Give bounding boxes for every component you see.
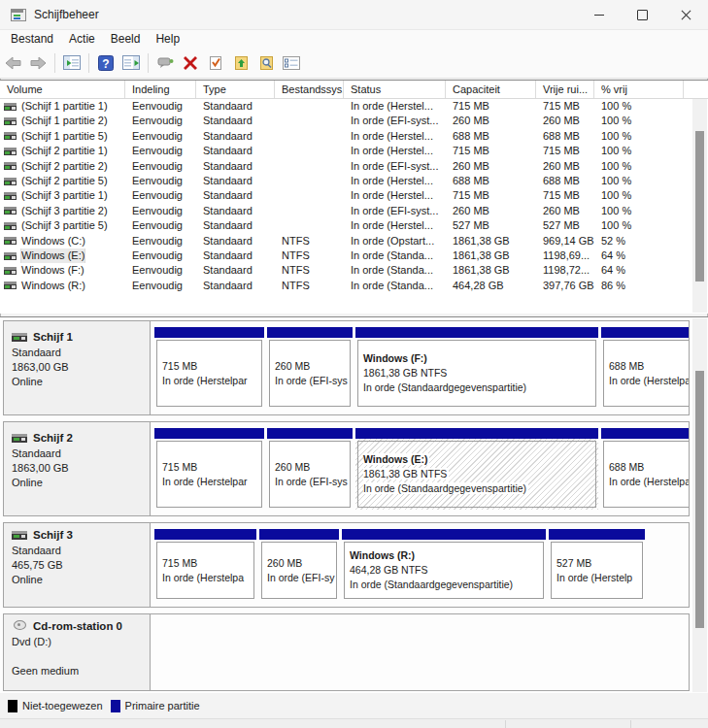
cell-type: Standaard xyxy=(196,99,275,114)
column-header-bestandssysteem[interactable]: Bestandssys... xyxy=(275,81,344,98)
volume-name: Windows (F:) xyxy=(21,263,84,278)
cell-indeling: Eenvoudig xyxy=(125,99,196,114)
attention-button[interactable] xyxy=(152,51,178,75)
column-header-status[interactable]: Status xyxy=(344,81,446,98)
forward-button[interactable] xyxy=(25,51,51,75)
partition-recovery-2[interactable]: 527 MB In orde (Herstelp xyxy=(549,529,645,601)
explore-button[interactable] xyxy=(253,51,279,75)
table-row[interactable]: (Schijf 1 partitie 2) Eenvoudig Standaar… xyxy=(0,114,708,128)
column-header-vrije-ruimte[interactable]: Vrije rui... xyxy=(536,81,594,98)
partition-recovery-2[interactable]: 688 MB In orde (Herstelpar xyxy=(601,327,689,409)
menu-help[interactable]: Help xyxy=(148,32,187,46)
legend-primary-partition: Primaire partitie xyxy=(111,700,200,712)
disk-label[interactable]: Schijf 1 Standaard 1863,00 GB Online xyxy=(4,321,151,414)
close-button[interactable] xyxy=(664,0,708,29)
disk-row-schijf-1: Schijf 1 Standaard 1863,00 GB Online 715… xyxy=(3,320,690,415)
scrollbar-thumb[interactable] xyxy=(695,131,704,281)
cell-status: In orde (EFI-syst... xyxy=(344,204,446,218)
table-row[interactable]: (Schijf 3 partitie 2) Eenvoudig Standaar… xyxy=(0,204,708,218)
delete-volume-button[interactable] xyxy=(178,51,203,75)
show-console-tree-button[interactable] xyxy=(59,51,84,75)
cell-capaciteit: 260 MB xyxy=(446,114,536,128)
cell-pct-vrij: 100 % xyxy=(594,114,684,128)
table-row[interactable]: Windows (C:) Eenvoudig Standaard NTFS In… xyxy=(0,234,708,248)
partition-windows-f[interactable]: Windows (F:) 1861,38 GB NTFS In orde (St… xyxy=(355,327,598,409)
move-up-button[interactable] xyxy=(228,51,253,75)
cell-bestandssysteem xyxy=(275,218,344,233)
cell-bestandssysteem: NTFS xyxy=(275,263,344,278)
disk-icon xyxy=(12,333,27,342)
table-row[interactable]: (Schijf 1 partitie 5) Eenvoudig Standaar… xyxy=(0,129,708,144)
volume-name: (Schijf 3 partitie 5) xyxy=(21,218,108,233)
cell-status: In orde (Herstel... xyxy=(344,174,446,188)
cell-status: In orde (Herstel... xyxy=(344,144,446,158)
menu-bestand[interactable]: Bestand xyxy=(0,32,61,46)
table-row[interactable]: Windows (R:) Eenvoudig Standaard NTFS In… xyxy=(0,279,708,293)
graph-pane-scrollbar[interactable] xyxy=(692,318,707,692)
menu-beeld[interactable]: Beeld xyxy=(103,32,149,46)
table-row[interactable]: (Schijf 2 partitie 5) Eenvoudig Standaar… xyxy=(0,174,708,188)
table-row[interactable]: (Schijf 1 partitie 1) Eenvoudig Standaar… xyxy=(0,99,708,114)
cell-pct-vrij: 86 % xyxy=(594,279,684,293)
scrollbar-thumb[interactable] xyxy=(695,371,704,628)
cell-vrije-ruimte: 715 MB xyxy=(536,188,594,203)
partition-windows-r[interactable]: Windows (R:) 464,28 GB NTFS In orde (Sta… xyxy=(342,529,546,601)
properties-button[interactable] xyxy=(279,51,304,75)
disk-size: 1863,00 GB xyxy=(12,461,150,476)
cell-status: In orde (EFI-syst... xyxy=(344,114,446,128)
table-row[interactable]: (Schijf 2 partitie 1) Eenvoudig Standaar… xyxy=(0,144,708,158)
volume-icon xyxy=(4,103,17,111)
disk-label[interactable]: Schijf 3 Standaard 465,75 GB Online xyxy=(4,523,151,607)
disk-label[interactable]: Cd-rom-station 0 Dvd (D:) Geen medium xyxy=(4,614,151,690)
column-header-volume[interactable]: Volume xyxy=(0,81,125,98)
cell-type: Standaard xyxy=(196,204,275,218)
cell-indeling: Eenvoudig xyxy=(125,263,196,278)
volume-name: (Schijf 1 partitie 5) xyxy=(21,129,108,144)
cell-capaciteit: 260 MB xyxy=(446,159,536,174)
cell-type: Standaard xyxy=(196,129,275,144)
partition-windows-e-selected[interactable]: Windows (E:) 1861,38 GB NTFS In orde (St… xyxy=(355,428,598,510)
table-row[interactable]: (Schijf 3 partitie 1) Eenvoudig Standaar… xyxy=(0,188,708,203)
partition-efi-1[interactable]: 260 MB In orde (EFI-sys xyxy=(267,327,353,409)
column-header-indeling[interactable]: Indeling xyxy=(125,81,196,98)
column-header-capaciteit[interactable]: Capaciteit xyxy=(446,81,536,98)
table-row[interactable]: Windows (E:) Eenvoudig Standaard NTFS In… xyxy=(0,248,708,263)
volume-list-scrollbar[interactable] xyxy=(692,99,707,313)
maximize-button[interactable] xyxy=(621,0,664,29)
show-action-pane-button[interactable] xyxy=(118,51,144,75)
minimize-button[interactable] xyxy=(577,0,621,29)
partition-recovery-2[interactable]: 688 MB In orde (Herstelpar xyxy=(601,428,689,510)
disk-status: Online xyxy=(12,476,150,490)
cell-vrije-ruimte: 527 MB xyxy=(536,218,594,233)
cd-drive-icon xyxy=(12,620,27,632)
mark-active-button[interactable] xyxy=(203,51,228,75)
toolbar: ? xyxy=(0,48,708,79)
back-button[interactable] xyxy=(0,51,25,75)
partition-recovery-1[interactable]: 715 MB In orde (Herstelpar xyxy=(154,327,264,409)
cell-bestandssysteem: NTFS xyxy=(275,279,344,293)
volume-icon xyxy=(4,222,17,230)
minimize-icon xyxy=(594,15,604,16)
cell-vrije-ruimte: 260 MB xyxy=(536,159,594,174)
close-icon xyxy=(681,10,691,20)
cell-capaciteit: 1861,38 GB xyxy=(446,263,536,278)
disk-label[interactable]: Schijf 2 Standaard 1863,00 GB Online xyxy=(4,422,151,515)
table-row[interactable]: (Schijf 3 partitie 5) Eenvoudig Standaar… xyxy=(0,218,708,233)
svg-text:?: ? xyxy=(102,56,109,70)
column-header-type[interactable]: Type xyxy=(196,81,275,98)
disk-name: Cd-rom-station 0 xyxy=(33,620,122,632)
forward-arrow-icon xyxy=(30,56,47,70)
table-row[interactable]: (Schijf 2 partitie 2) Eenvoudig Standaar… xyxy=(0,159,708,174)
cell-status: In orde (Herstel... xyxy=(344,129,446,144)
menu-actie[interactable]: Actie xyxy=(61,32,103,46)
cell-bestandssysteem xyxy=(275,99,344,114)
help-button[interactable]: ? xyxy=(93,51,118,75)
partition-recovery-1[interactable]: 715 MB In orde (Herstelpar xyxy=(154,428,264,510)
column-header-pct-vrij[interactable]: % vrij xyxy=(594,81,684,98)
table-row[interactable]: Windows (F:) Eenvoudig Standaard NTFS In… xyxy=(0,263,708,278)
partition-recovery-1[interactable]: 715 MB In orde (Herstelpa xyxy=(154,529,256,601)
document-check-icon xyxy=(209,55,222,71)
partition-efi-1[interactable]: 260 MB In orde (EFI-sys xyxy=(267,428,353,510)
volume-icon xyxy=(4,132,17,140)
partition-efi-1[interactable]: 260 MB In orde (EFI-sy xyxy=(259,529,339,601)
